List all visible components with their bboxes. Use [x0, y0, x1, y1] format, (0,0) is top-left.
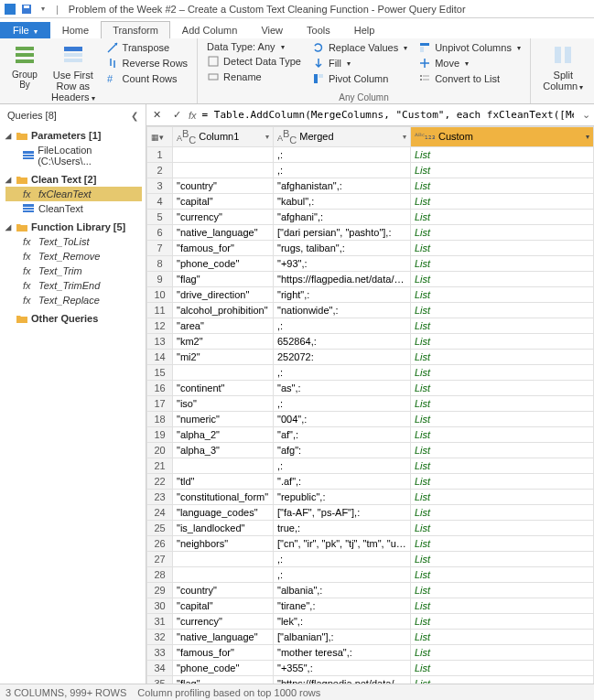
table-row[interactable]: 18"numeric""004",:List	[147, 411, 594, 426]
row-header[interactable]: 4	[147, 193, 173, 209]
cell[interactable]: "mi2"	[173, 349, 274, 364]
cell-custom[interactable]: List	[411, 162, 594, 178]
column-header[interactable]: ABCColumn1▾	[173, 127, 274, 147]
row-header[interactable]: 33	[147, 644, 173, 660]
cell[interactable]: "alpha_3"	[173, 442, 274, 458]
row-header[interactable]: 11	[147, 302, 173, 318]
row-header[interactable]: 24	[147, 504, 173, 520]
split-column-button[interactable]: Split Column▾	[536, 40, 590, 94]
table-row[interactable]: 1,:List	[147, 146, 594, 162]
cell-custom[interactable]: List	[411, 209, 594, 224]
cell-custom[interactable]: List	[411, 286, 594, 302]
cell[interactable]: "rugs, taliban",:	[274, 240, 411, 255]
row-header[interactable]: 2	[147, 162, 173, 178]
ribbon-tab-help[interactable]: Help	[342, 21, 387, 38]
cancel-formula-icon[interactable]: ✕	[146, 109, 167, 121]
cell[interactable]: "lek",:	[274, 613, 411, 629]
save-icon[interactable]	[20, 3, 33, 16]
cell[interactable]: "phone_code"	[173, 660, 274, 675]
table-row[interactable]: 3"country""afghanistan",:List	[147, 178, 594, 193]
cell[interactable]: "alcohol_prohibition"	[173, 302, 274, 318]
data-type-button[interactable]: Data Type: Any▾	[203, 40, 305, 53]
cell[interactable]: "numeric"	[173, 411, 274, 426]
query-item[interactable]: FileLocation (C:\Users\...	[5, 143, 142, 168]
cell[interactable]: "flag"	[173, 271, 274, 286]
cell[interactable]: "+355",:	[274, 660, 411, 675]
unpivot-columns-button[interactable]: Unpivot Columns▾	[415, 40, 524, 55]
cell[interactable]: "afghanistan",:	[274, 178, 411, 193]
cell-custom[interactable]: List	[411, 520, 594, 535]
count-rows-button[interactable]: #Count Rows	[103, 71, 192, 86]
row-header[interactable]: 6	[147, 224, 173, 240]
cell[interactable]: "area"	[173, 318, 274, 333]
cell-custom[interactable]: List	[411, 302, 594, 318]
cell[interactable]: "https://flagpedia.net/data/flags/h80/af…	[274, 271, 411, 286]
cell[interactable]: "flag"	[173, 675, 274, 684]
cell[interactable]: ["cn", "ir", "pk", "tj", "tm", "uz"]:	[274, 535, 411, 551]
row-header[interactable]: 12	[147, 318, 173, 333]
row-header[interactable]: 1	[147, 146, 173, 162]
fill-button[interactable]: Fill▾	[308, 56, 411, 70]
table-row[interactable]: 32"native_language"["albanian"],:List	[147, 629, 594, 644]
rename-button[interactable]: Rename	[203, 70, 305, 84]
query-item[interactable]: fxfxCleanText	[5, 187, 142, 201]
table-row[interactable]: 12"area",:List	[147, 318, 594, 333]
table-row[interactable]: 29"country""albania",:List	[147, 582, 594, 598]
row-header[interactable]: 19	[147, 426, 173, 442]
table-row[interactable]: 9"flag""https://flagpedia.net/data/flags…	[147, 271, 594, 286]
table-row[interactable]: 19"alpha_2""af",:List	[147, 426, 594, 442]
row-header[interactable]: 10	[147, 286, 173, 302]
table-row[interactable]: 30"capital""tirane",:List	[147, 598, 594, 613]
cell-custom[interactable]: List	[411, 551, 594, 566]
cell[interactable]: "kabul",:	[274, 193, 411, 209]
row-header[interactable]: 22	[147, 473, 173, 489]
cell-custom[interactable]: List	[411, 193, 594, 209]
cell-custom[interactable]: List	[411, 271, 594, 286]
row-header[interactable]: 16	[147, 380, 173, 395]
query-item[interactable]: fxText_TrimEnd	[5, 278, 142, 293]
row-header[interactable]: 30	[147, 598, 173, 613]
table-row[interactable]: 17"iso",:List	[147, 395, 594, 411]
cell-custom[interactable]: List	[411, 535, 594, 551]
cell[interactable]: ,:	[274, 146, 411, 162]
cell-custom[interactable]: List	[411, 504, 594, 520]
row-header[interactable]: 35	[147, 675, 173, 684]
table-row[interactable]: 20"alpha_3""afg":List	[147, 442, 594, 458]
cell[interactable]: ,:	[274, 458, 411, 473]
cell[interactable]: "currency"	[173, 209, 274, 224]
cell[interactable]: "country"	[173, 178, 274, 193]
cell[interactable]: "as",:	[274, 380, 411, 395]
table-menu-icon[interactable]: ▦▾	[151, 133, 164, 142]
transpose-button[interactable]: Transpose	[103, 40, 192, 55]
row-header[interactable]: 5	[147, 209, 173, 224]
cell[interactable]: ".af",:	[274, 473, 411, 489]
cell-custom[interactable]: List	[411, 380, 594, 395]
expand-formula-icon[interactable]: ⌄	[578, 109, 594, 121]
row-header[interactable]: 18	[147, 411, 173, 426]
table-row[interactable]: 27,:List	[147, 551, 594, 566]
cell[interactable]: ,:	[274, 395, 411, 411]
query-group[interactable]: ◢Function Library [5]	[5, 220, 142, 234]
file-tab[interactable]: File ▾	[0, 22, 50, 38]
cell[interactable]: "famous_for"	[173, 644, 274, 660]
replace-values-button[interactable]: Replace Values▾	[308, 40, 411, 55]
cell[interactable]: ["dari persian", "pashto"],:	[274, 224, 411, 240]
cell-custom[interactable]: List	[411, 489, 594, 504]
row-header[interactable]: 28	[147, 566, 173, 582]
cell-custom[interactable]: List	[411, 458, 594, 473]
table-row[interactable]: 8"phone_code""+93",:List	[147, 255, 594, 271]
query-item[interactable]: CleanText	[5, 201, 142, 216]
row-header[interactable]: 29	[147, 582, 173, 598]
cell[interactable]: "republic",:	[274, 489, 411, 504]
row-header[interactable]: 27	[147, 551, 173, 566]
query-item[interactable]: fxText_ToList	[5, 234, 142, 249]
cell-custom[interactable]: List	[411, 473, 594, 489]
cell[interactable]: "native_language"	[173, 629, 274, 644]
cell[interactable]: "phone_code"	[173, 255, 274, 271]
cell[interactable]	[173, 566, 274, 582]
cell[interactable]: "nationwide",:	[274, 302, 411, 318]
cell[interactable]: "right",:	[274, 286, 411, 302]
ribbon-tab-home[interactable]: Home	[50, 21, 101, 38]
cell-custom[interactable]: List	[411, 255, 594, 271]
row-header[interactable]: 23	[147, 489, 173, 504]
